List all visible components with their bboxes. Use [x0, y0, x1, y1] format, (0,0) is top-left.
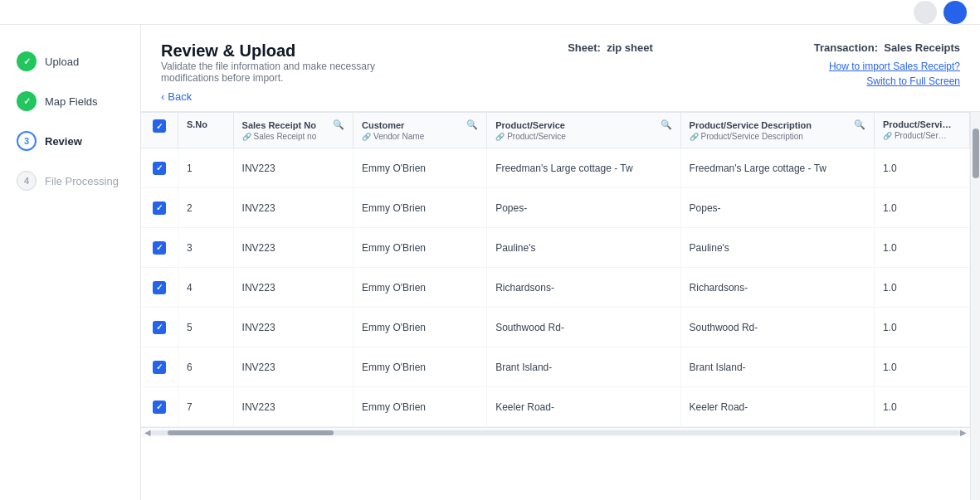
link-icon-product-desc: 🔗	[690, 133, 699, 141]
row-checkbox-cell[interactable]	[141, 387, 178, 427]
link-icon-customer: 🔗	[362, 133, 371, 141]
row-customer: Emmy O'Brien	[353, 148, 487, 188]
sidebar: ✓ Upload ✓ Map Fields 3 Review 4 File Pr…	[0, 25, 141, 500]
row-checkbox-cell[interactable]	[141, 347, 178, 387]
fullscreen-link[interactable]: Switch to Full Screen	[866, 75, 960, 87]
table-row: 2 INV223 Emmy O'Brien Popes- Popes- 1.0	[141, 188, 970, 228]
content-area: Review & Upload Validate the file inform…	[141, 25, 980, 500]
row-product-service: Popes-	[487, 188, 680, 228]
step-upload-label: Upload	[45, 56, 79, 68]
row-checkbox-cell[interactable]	[141, 188, 178, 228]
row-checkbox[interactable]	[153, 162, 166, 175]
table-header-row: S.No Sales Receipt No 🔍 🔗 Sales Receipt …	[141, 113, 970, 148]
table-body: 1 INV223 Emmy O'Brien Freedman's Large c…	[141, 148, 970, 427]
row-receipt-no: INV223	[233, 188, 353, 228]
transaction-label: Transaction:	[814, 41, 878, 54]
step-review-label: Review	[45, 135, 82, 148]
row-product-service-desc: Popes-	[680, 188, 874, 228]
th-receipt-no: Sales Receipt No 🔍 🔗 Sales Receipt no	[233, 113, 353, 148]
product-desc-search-icon[interactable]: 🔍	[854, 119, 865, 130]
row-checkbox[interactable]	[153, 361, 166, 374]
row-checkbox[interactable]	[153, 241, 166, 255]
sheet-info-text: Sheet: zip sheet	[568, 41, 653, 54]
row-product-service-desc: Southwood Rd-	[680, 308, 874, 347]
row-sno: 3	[178, 228, 233, 268]
row-product-service-desc: Keeler Road-	[680, 387, 874, 427]
step-map-icon: ✓	[17, 91, 37, 111]
row-customer: Emmy O'Brien	[353, 387, 487, 427]
select-all-checkbox[interactable]	[153, 119, 166, 133]
row-product-srv-val: 1.0	[874, 228, 969, 268]
row-receipt-no: INV223	[233, 347, 353, 387]
table-row: 6 INV223 Emmy O'Brien Brant Island- Bran…	[141, 347, 970, 387]
step-file-processing: 4 File Processing	[0, 161, 140, 201]
sheet-info: Sheet: zip sheet	[427, 41, 794, 54]
row-sno: 6	[178, 347, 233, 387]
step-upload[interactable]: ✓ Upload	[0, 41, 140, 81]
row-sno: 1	[178, 148, 233, 188]
row-customer: Emmy O'Brien	[353, 347, 487, 387]
product-search-icon[interactable]: 🔍	[661, 119, 672, 130]
step-upload-icon: ✓	[17, 51, 37, 71]
vertical-scrollbar[interactable]	[970, 112, 980, 500]
row-product-service: Southwood Rd-	[487, 308, 680, 347]
row-product-service-desc: Brant Island-	[680, 347, 874, 387]
row-receipt-no: INV223	[233, 308, 353, 347]
import-help-link[interactable]: How to import Sales Receipt?	[829, 61, 960, 72]
row-sno: 2	[178, 188, 233, 228]
row-product-srv-val: 1.0	[874, 268, 969, 308]
row-receipt-no: INV223	[233, 148, 353, 188]
row-checkbox-cell[interactable]	[141, 308, 178, 347]
row-checkbox-cell[interactable]	[141, 228, 178, 268]
transaction-info: Transaction: Sales Receipts	[794, 41, 960, 54]
step-map-label: Map Fields	[45, 95, 98, 108]
customer-search-icon[interactable]: 🔍	[466, 119, 478, 130]
row-sno: 4	[178, 268, 233, 308]
page-title: Review & Upload	[161, 41, 427, 61]
receipt-search-icon[interactable]: 🔍	[333, 119, 344, 130]
header-section: Review & Upload Validate the file inform…	[141, 25, 980, 112]
row-checkbox-cell[interactable]	[141, 268, 178, 308]
horizontal-scrollbar[interactable]: ◀ ▶	[141, 427, 970, 437]
row-product-service: Freedman's Large cottage - Tw	[487, 148, 680, 188]
row-product-service: Keeler Road-	[487, 387, 680, 427]
row-product-service: Pauline's	[487, 228, 680, 268]
th-product-srv-val: Product/Servi… 🔗 Product/Ser…	[874, 113, 969, 148]
back-button[interactable]: ‹ Back	[161, 90, 427, 103]
link-icon-receipt: 🔗	[242, 133, 251, 141]
scroll-track[interactable]	[151, 430, 960, 435]
data-table: S.No Sales Receipt No 🔍 🔗 Sales Receipt …	[141, 112, 970, 427]
link-icon-product: 🔗	[495, 133, 505, 141]
th-product-service-desc: Product/Service Description 🔍 🔗 Product/…	[680, 113, 874, 148]
th-product-service: Product/Service 🔍 🔗 Product/Service	[487, 113, 680, 148]
row-checkbox[interactable]	[153, 400, 166, 414]
scroll-thumb[interactable]	[168, 430, 334, 435]
row-product-srv-val: 1.0	[874, 387, 969, 427]
step-map-fields[interactable]: ✓ Map Fields	[0, 81, 140, 121]
chevron-left-icon: ‹	[161, 90, 164, 103]
row-product-service-desc: Freedman's Large cottage - Tw	[680, 148, 874, 188]
row-product-srv-val: 1.0	[874, 188, 969, 228]
scrollbar-thumb[interactable]	[973, 129, 979, 178]
row-receipt-no: INV223	[233, 228, 353, 268]
th-customer: Customer 🔍 🔗 Vendor Name	[353, 113, 487, 148]
th-checkbox[interactable]	[141, 113, 178, 148]
step-processing-label: File Processing	[45, 175, 119, 187]
table-container: S.No Sales Receipt No 🔍 🔗 Sales Receipt …	[141, 112, 980, 500]
row-checkbox[interactable]	[153, 321, 166, 334]
table-scroll-area[interactable]: S.No Sales Receipt No 🔍 🔗 Sales Receipt …	[141, 112, 970, 500]
row-product-service-desc: Richardsons-	[680, 268, 874, 308]
row-product-srv-val: 1.0	[874, 347, 969, 387]
row-product-service: Richardsons-	[487, 268, 680, 308]
top-bar	[0, 0, 980, 25]
row-checkbox-cell[interactable]	[141, 148, 178, 188]
table-row: 7 INV223 Emmy O'Brien Keeler Road- Keele…	[141, 387, 970, 427]
table-row: 4 INV223 Emmy O'Brien Richardsons- Richa…	[141, 268, 970, 308]
row-product-srv-val: 1.0	[874, 308, 969, 347]
row-product-service-desc: Pauline's	[680, 228, 874, 268]
row-checkbox[interactable]	[153, 201, 166, 215]
step-review[interactable]: 3 Review	[0, 121, 140, 161]
row-product-srv-val: 1.0	[874, 148, 969, 188]
back-label: Back	[168, 90, 192, 103]
row-checkbox[interactable]	[153, 281, 166, 294]
